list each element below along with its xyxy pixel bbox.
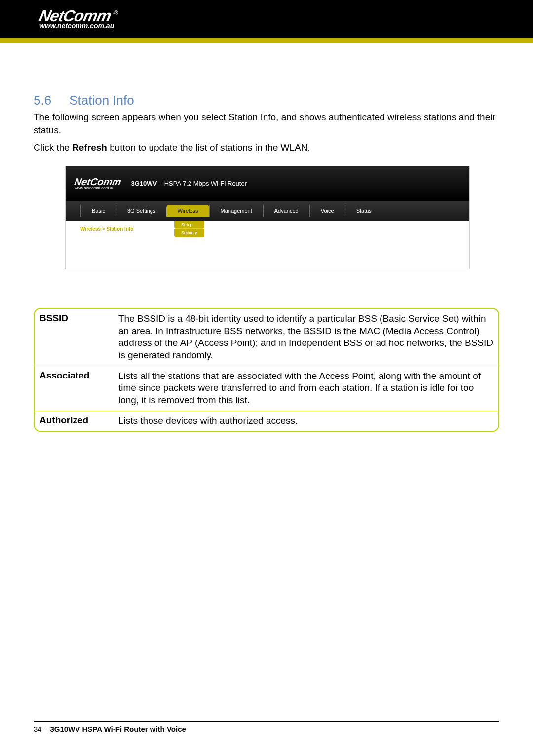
brand-logo: NetComm® www.netcomm.com.au (39, 9, 117, 30)
text-fragment: Click the (34, 142, 72, 152)
footer-separator: – (42, 725, 50, 733)
nav-wireless[interactable]: Wireless (166, 205, 209, 217)
router-title: 3G10WV – HSPA 7.2 Mbps Wi-Fi Router (131, 180, 247, 187)
logo-name: NetComm (38, 7, 113, 25)
table-row: BSSID The BSSID is a 48-bit identity use… (35, 309, 498, 366)
term-bssid: BSSID (35, 309, 118, 366)
nav-basic[interactable]: Basic (80, 205, 116, 217)
top-banner: NetComm® www.netcomm.com.au (0, 0, 533, 38)
table-row: Associated Lists all the stations that a… (35, 366, 498, 411)
intro-paragraph: The following screen appears when you se… (34, 111, 499, 136)
section-heading: 5.6 Station Info (34, 93, 499, 108)
logo-text: NetComm® (38, 9, 119, 23)
definitions-table: BSSID The BSSID is a 48-bit identity use… (34, 308, 499, 432)
desc-authorized: Lists those devices with authorized acce… (118, 411, 498, 431)
router-model-desc: – HSPA 7.2 Mbps Wi-Fi Router (157, 180, 247, 187)
page-content: 5.6 Station Info The following screen ap… (0, 43, 533, 432)
desc-bssid: The BSSID is a 48-bit identity used to i… (118, 309, 498, 366)
refresh-paragraph: Click the Refresh button to update the l… (34, 141, 499, 154)
term-authorized: Authorized (35, 411, 118, 431)
sub-nav: Setup Security (174, 221, 204, 237)
subnav-security[interactable]: Security (174, 229, 204, 237)
subnav-setup[interactable]: Setup (174, 221, 204, 229)
page-footer: 34 – 3G10WV HSPA Wi-Fi Router with Voice (34, 721, 499, 733)
router-body: Setup Security Wireless > Station Info (66, 221, 469, 269)
nav-3g-settings[interactable]: 3G Settings (116, 205, 166, 217)
table-row: Authorized Lists those devices with auth… (35, 411, 498, 431)
desc-associated: Lists all the stations that are associat… (118, 366, 498, 411)
nav-voice[interactable]: Voice (309, 205, 345, 217)
section-number: 5.6 (34, 93, 51, 108)
router-model: 3G10WV (131, 180, 157, 187)
footer-model: 3G10WV HSPA Wi-Fi Router with Voice (50, 725, 186, 733)
section-title: Station Info (69, 93, 134, 108)
nav-status[interactable]: Status (345, 205, 382, 217)
router-screenshot: NetComm www.netcomm.com.au 3G10WV – HSPA… (65, 166, 470, 269)
router-header: NetComm www.netcomm.com.au 3G10WV – HSPA… (66, 166, 469, 201)
router-logo-block: NetComm www.netcomm.com.au (75, 177, 121, 190)
registered-icon: ® (113, 9, 119, 17)
refresh-label: Refresh (72, 142, 107, 152)
nav-management[interactable]: Management (209, 205, 263, 217)
breadcrumb: Wireless > Station Info (80, 227, 455, 232)
page-number: 34 (34, 725, 42, 733)
router-logo: NetComm (74, 177, 122, 186)
accent-bar (0, 38, 533, 43)
router-nav: Basic 3G Settings Wireless Management Ad… (66, 201, 469, 221)
text-fragment: button to update the list of stations in… (107, 142, 310, 152)
term-associated: Associated (35, 366, 118, 411)
nav-advanced[interactable]: Advanced (263, 205, 309, 217)
